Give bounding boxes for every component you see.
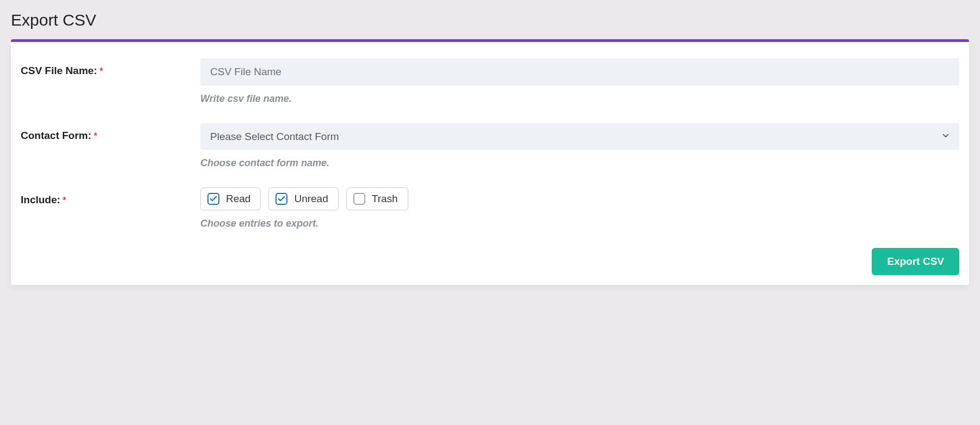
checkbox-trash[interactable] bbox=[353, 193, 365, 205]
label-col: Contact Form: * bbox=[21, 123, 200, 169]
required-marker: * bbox=[100, 66, 103, 76]
checkbox-read[interactable] bbox=[207, 193, 219, 205]
include-check-group: Read Unread Trash bbox=[200, 187, 959, 210]
include-option-unread-label: Unread bbox=[294, 193, 328, 205]
required-marker: * bbox=[94, 131, 97, 141]
page-title: Export CSV bbox=[11, 0, 969, 39]
contact-form-select-wrap: Please Select Contact Form bbox=[200, 123, 959, 150]
csv-file-name-input[interactable] bbox=[200, 58, 959, 86]
check-icon bbox=[209, 195, 218, 203]
input-col: Please Select Contact Form Choose contac… bbox=[200, 123, 959, 169]
include-help: Choose entries to export. bbox=[200, 218, 959, 229]
row-csv-file-name: CSV File Name: * Write csv file name. bbox=[21, 58, 959, 105]
actions-row: Export CSV bbox=[21, 248, 959, 275]
csv-file-name-help: Write csv file name. bbox=[200, 93, 959, 105]
include-option-trash[interactable]: Trash bbox=[346, 187, 408, 210]
check-icon bbox=[277, 195, 286, 203]
label-col: Include: * bbox=[21, 187, 200, 229]
required-marker: * bbox=[63, 196, 66, 205]
include-option-read[interactable]: Read bbox=[200, 187, 261, 210]
include-option-unread[interactable]: Unread bbox=[268, 187, 338, 210]
contact-form-select[interactable]: Please Select Contact Form bbox=[200, 123, 959, 150]
row-contact-form: Contact Form: * Please Select Contact Fo… bbox=[21, 123, 959, 169]
include-option-read-label: Read bbox=[226, 193, 250, 205]
input-col: Read Unread Trash Choose entries to expo… bbox=[200, 187, 959, 229]
row-include: Include: * Read Unread bbox=[21, 187, 959, 229]
csv-file-name-label: CSV File Name: bbox=[21, 65, 97, 76]
contact-form-label: Contact Form: bbox=[21, 130, 91, 141]
export-csv-button[interactable]: Export CSV bbox=[872, 248, 959, 275]
input-col: Write csv file name. bbox=[200, 58, 959, 105]
checkbox-unread[interactable] bbox=[275, 193, 287, 205]
include-option-trash-label: Trash bbox=[372, 193, 398, 205]
label-col: CSV File Name: * bbox=[21, 58, 200, 105]
include-label: Include: bbox=[21, 194, 60, 205]
export-csv-card: CSV File Name: * Write csv file name. Co… bbox=[11, 39, 969, 285]
contact-form-help: Choose contact form name. bbox=[200, 157, 959, 169]
